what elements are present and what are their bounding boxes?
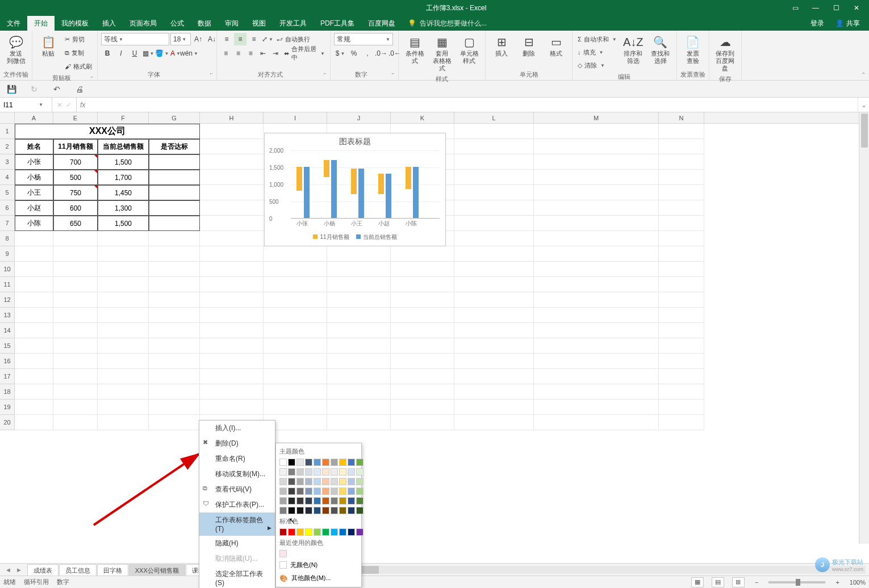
cell[interactable]: [200, 170, 264, 185]
row-header[interactable]: 9: [0, 246, 15, 262]
cell[interactable]: [534, 384, 659, 400]
cell[interactable]: [149, 384, 200, 400]
color-swatch[interactable]: [331, 478, 338, 485]
name-box-input[interactable]: [3, 101, 37, 109]
tab-page-layout[interactable]: 页面布局: [123, 16, 164, 31]
cell[interactable]: 小赵: [15, 200, 53, 216]
tab-data[interactable]: 数据: [191, 16, 218, 31]
cell[interactable]: [659, 400, 704, 415]
color-swatch[interactable]: [279, 468, 287, 476]
cell[interactable]: [98, 323, 149, 338]
cell[interactable]: [149, 277, 200, 292]
cell[interactable]: [53, 308, 98, 323]
bold-icon[interactable]: B: [101, 47, 114, 60]
row-header[interactable]: 13: [0, 308, 15, 323]
formula-input[interactable]: fx: [77, 98, 858, 112]
cell[interactable]: [327, 308, 391, 323]
cell[interactable]: 是否达标: [149, 139, 200, 154]
cell[interactable]: [454, 338, 534, 354]
cell[interactable]: [454, 292, 534, 308]
cell[interactable]: [659, 369, 704, 384]
cell[interactable]: [98, 369, 149, 384]
column-header[interactable]: J: [327, 112, 391, 123]
cell[interactable]: [200, 154, 264, 170]
align-left-icon[interactable]: ≡: [220, 47, 232, 60]
cell[interactable]: [149, 170, 200, 185]
cell-styles-button[interactable]: ▢单元格样式: [457, 33, 482, 66]
color-swatch[interactable]: [331, 507, 338, 514]
cell[interactable]: [53, 384, 98, 400]
cell[interactable]: 小杨: [15, 170, 53, 185]
row-header[interactable]: 15: [0, 338, 15, 354]
clipboard-dialog-launcher[interactable]: ⌐: [91, 74, 94, 79]
color-swatch[interactable]: [279, 550, 287, 557]
cell[interactable]: [534, 415, 659, 430]
cell[interactable]: [53, 415, 98, 430]
cell[interactable]: [534, 262, 659, 277]
cell[interactable]: [659, 354, 704, 369]
color-swatch[interactable]: [322, 478, 329, 485]
color-swatch[interactable]: [322, 528, 329, 536]
zoom-percent[interactable]: 100%: [850, 579, 866, 586]
cell[interactable]: [327, 384, 391, 400]
cell[interactable]: [53, 292, 98, 308]
delete-cells-button[interactable]: ⊟删除: [516, 33, 541, 58]
cell[interactable]: [327, 323, 391, 338]
color-swatch[interactable]: [288, 497, 295, 505]
cell[interactable]: [15, 292, 53, 308]
color-swatch[interactable]: [288, 459, 295, 466]
cell[interactable]: [391, 400, 454, 415]
column-header[interactable]: K: [391, 112, 454, 123]
row-header[interactable]: 7: [0, 216, 15, 231]
color-swatch[interactable]: [339, 497, 346, 505]
cell[interactable]: [534, 308, 659, 323]
row-header[interactable]: 2: [0, 139, 15, 154]
color-swatch[interactable]: [339, 507, 346, 514]
fill-color-icon[interactable]: 🪣▼: [156, 47, 168, 60]
cell[interactable]: [534, 369, 659, 384]
cell[interactable]: [659, 139, 704, 154]
cell[interactable]: [659, 246, 704, 262]
color-swatch[interactable]: [331, 468, 338, 476]
cell[interactable]: [264, 262, 327, 277]
cell[interactable]: [327, 338, 391, 354]
cell[interactable]: [264, 384, 327, 400]
cell[interactable]: [149, 185, 200, 200]
color-swatch[interactable]: [305, 459, 312, 466]
context-menu-item[interactable]: 重命名(R): [199, 451, 275, 467]
context-menu-item[interactable]: ✖删除(D): [199, 436, 275, 451]
cell[interactable]: [15, 323, 53, 338]
conditional-format-button[interactable]: ▤条件格式: [402, 33, 427, 66]
cell[interactable]: [454, 185, 534, 200]
login-button[interactable]: 登录: [806, 19, 829, 28]
row-header[interactable]: 11: [0, 277, 15, 292]
cell[interactable]: [200, 185, 264, 200]
format-painter-button[interactable]: 🖌格式刷: [63, 60, 94, 73]
cell[interactable]: [98, 292, 149, 308]
ribbon-options-icon[interactable]: ▭: [787, 0, 803, 16]
color-swatch[interactable]: [296, 497, 304, 505]
row-header[interactable]: 19: [0, 400, 15, 415]
color-swatch[interactable]: [296, 468, 304, 476]
clear-button[interactable]: ◇清除▼: [576, 59, 619, 72]
cell[interactable]: [98, 384, 149, 400]
color-swatch[interactable]: [314, 497, 321, 505]
context-menu-item[interactable]: 插入(I)...: [199, 421, 275, 436]
column-header[interactable]: I: [264, 112, 327, 123]
cell[interactable]: [659, 154, 704, 170]
cell[interactable]: [659, 200, 704, 216]
tab-view[interactable]: 视图: [245, 16, 273, 31]
cell[interactable]: [534, 292, 659, 308]
cell[interactable]: [534, 185, 659, 200]
share-button[interactable]: 👤 共享: [831, 19, 864, 28]
tab-formulas[interactable]: 公式: [164, 16, 191, 31]
insert-cells-button[interactable]: ⊞插入: [489, 33, 514, 58]
cell[interactable]: [659, 323, 704, 338]
cell[interactable]: [15, 338, 53, 354]
cell[interactable]: 小张: [15, 154, 53, 170]
color-swatch[interactable]: [339, 468, 346, 476]
cell[interactable]: [149, 216, 200, 231]
sheet-tab[interactable]: 成绩表: [27, 564, 59, 577]
cell[interactable]: [534, 200, 659, 216]
color-swatch[interactable]: [356, 478, 364, 485]
